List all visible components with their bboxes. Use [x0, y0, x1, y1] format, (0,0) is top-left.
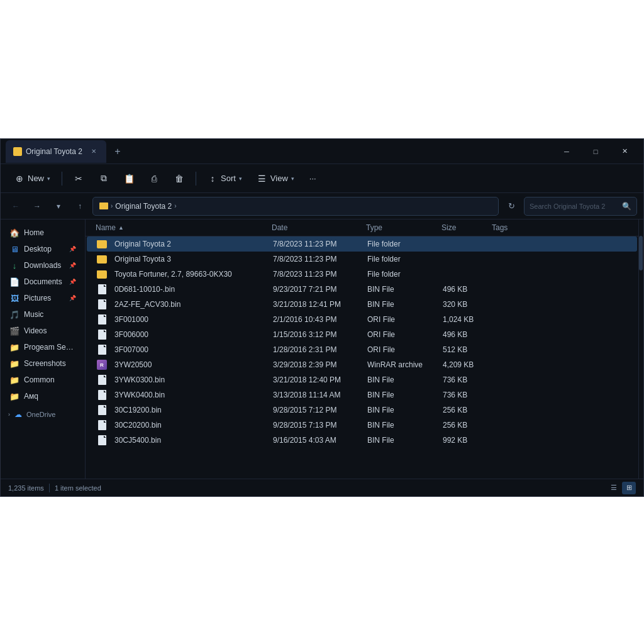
share-button[interactable]: ⎙	[143, 170, 165, 187]
view-chevron-icon: ▾	[291, 175, 294, 182]
recent-button[interactable]: ▾	[50, 197, 67, 215]
file-type: BIN File	[367, 406, 443, 414]
file-type: ORI File	[367, 315, 443, 324]
folder-icon	[97, 254, 107, 264]
refresh-button[interactable]: ↻	[502, 197, 520, 215]
section-chevron-icon: ›	[8, 411, 10, 418]
up-button[interactable]: ↑	[71, 197, 89, 215]
file-name: 3YWK0300.bin	[97, 375, 273, 385]
cut-button[interactable]: ✂	[67, 170, 90, 187]
table-row[interactable]: R 3YW20500 3/29/2018 2:39 PM WinRAR arch…	[87, 357, 637, 372]
file-date: 9/28/2015 7:12 PM	[273, 406, 367, 414]
pin-icon-desktop: 📌	[69, 246, 76, 252]
table-row[interactable]: 3F007000 1/28/2016 2:31 PM ORI File 512 …	[87, 342, 637, 357]
file-date: 3/29/2018 2:39 PM	[273, 360, 367, 369]
file-type: BIN File	[367, 421, 443, 430]
onedrive-label: OneDrive	[26, 411, 55, 418]
column-header-size[interactable]: Size	[441, 223, 492, 232]
file-rows-container: Original Toyota 2 7/8/2023 11:23 PM File…	[86, 236, 638, 448]
sidebar-item-downloads[interactable]: ↓ Downloads 📌	[3, 257, 82, 274]
column-header-type[interactable]: Type	[366, 223, 441, 232]
new-button[interactable]: ⊕ New ▾	[8, 170, 57, 187]
table-row[interactable]: Original Toyota 3 7/8/2023 11:23 PM File…	[87, 252, 637, 267]
toolbar: ⊕ New ▾ ✂ ⧉ 📋 ⎙ 🗑 ↕ Sort ▾ ☰ View ▾	[1, 164, 643, 193]
file-size: 992 KB	[443, 436, 493, 445]
file-type: BIN File	[367, 436, 443, 445]
table-row[interactable]: 30C20200.bin 9/28/2015 7:13 PM BIN File …	[87, 418, 637, 433]
sidebar-item-common[interactable]: 📁 Common	[3, 372, 82, 388]
maximize-button[interactable]: □	[582, 142, 609, 161]
column-header-date[interactable]: Date	[272, 223, 366, 232]
winrar-icon: R	[97, 360, 107, 370]
file-type: BIN File	[367, 300, 443, 309]
search-box[interactable]: Search Original Toyota 2 🔍	[524, 197, 637, 216]
sidebar-item-music[interactable]: 🎵 Music	[3, 306, 82, 323]
videos-icon: 🎬	[9, 326, 19, 336]
table-row[interactable]: 0D681-10010-.bin 9/23/2017 7:21 PM BIN F…	[87, 282, 637, 297]
path-chevron-2: ›	[174, 203, 176, 209]
tab-title: Original Toyota 2	[26, 147, 82, 156]
file-size: 4,209 KB	[443, 360, 493, 369]
paste-button[interactable]: 📋	[118, 170, 140, 187]
path-text: Original Toyota 2	[115, 202, 172, 211]
file-date: 7/8/2023 11:23 PM	[273, 270, 367, 279]
sidebar-item-progeam[interactable]: 📁 Progeam Servic…	[3, 339, 82, 355]
file-date: 3/21/2018 12:40 PM	[273, 375, 367, 384]
table-row[interactable]: Toyota Fortuner, 2.7, 89663-0KX30 7/8/20…	[87, 267, 637, 282]
table-row[interactable]: 3F006000 1/15/2016 3:12 PM ORI File 496 …	[87, 327, 637, 342]
amq-icon: 📁	[9, 391, 19, 401]
file-name: 0D681-10010-.bin	[97, 284, 273, 294]
common-icon: 📁	[9, 375, 19, 385]
table-row[interactable]: 30CJ5400.bin 9/16/2015 4:03 AM BIN File …	[87, 433, 637, 448]
file-icon	[97, 345, 107, 355]
table-row[interactable]: 3F001000 2/1/2016 10:43 PM ORI File 1,02…	[87, 312, 637, 327]
table-row[interactable]: 30C19200.bin 9/28/2015 7:12 PM BIN File …	[87, 402, 637, 418]
file-name: 3F007000	[97, 345, 273, 355]
file-name: 3YWK0400.bin	[97, 390, 273, 400]
sidebar-item-pictures[interactable]: 🖼 Pictures 📌	[3, 290, 82, 306]
address-bar: ← → ▾ ↑ › Original Toyota 2 › ↻ Search O…	[1, 193, 643, 219]
file-date: 9/23/2017 7:21 PM	[273, 285, 367, 294]
close-button[interactable]: ✕	[611, 142, 638, 161]
file-icon	[97, 314, 107, 325]
file-type: File folder	[367, 240, 443, 248]
column-header-tags[interactable]: Tags	[492, 223, 530, 232]
sidebar: 🏠 Home 🖥 Desktop 📌 ↓ Downloads 📌 📄 Docum…	[1, 219, 86, 479]
list-view-button[interactable]: ☰	[607, 482, 621, 494]
sort-icon: ↕	[208, 174, 218, 184]
sidebar-desktop-label: Desktop	[24, 245, 52, 253]
file-icon	[97, 375, 107, 385]
tab-original-toyota-2[interactable]: Original Toyota 2 ✕	[6, 140, 106, 163]
new-tab-button[interactable]: +	[109, 143, 126, 160]
table-row[interactable]: 3YWK0300.bin 3/21/2018 12:40 PM BIN File…	[87, 372, 637, 387]
sidebar-item-desktop[interactable]: 🖥 Desktop 📌	[3, 241, 82, 257]
table-row[interactable]: 2AZ-FE_ACV30.bin 3/21/2018 12:41 PM BIN …	[87, 297, 637, 312]
delete-button[interactable]: 🗑	[168, 170, 191, 187]
file-name: 30CJ5400.bin	[97, 435, 273, 445]
table-row[interactable]: 3YWK0400.bin 3/13/2018 11:14 AM BIN File…	[87, 387, 637, 402]
file-date: 3/13/2018 11:14 AM	[273, 391, 367, 399]
sidebar-item-videos[interactable]: 🎬 Videos	[3, 323, 82, 339]
sort-button[interactable]: ↕ Sort ▾	[201, 170, 248, 187]
tab-close-button[interactable]: ✕	[89, 147, 99, 157]
onedrive-section[interactable]: › ☁ OneDrive	[3, 407, 82, 422]
copy-button[interactable]: ⧉	[92, 170, 115, 187]
back-button[interactable]: ←	[7, 197, 25, 215]
more-button[interactable]: ···	[303, 170, 323, 186]
view-button[interactable]: ☰ View ▾	[251, 170, 301, 187]
column-header-name[interactable]: Name ▲	[96, 223, 272, 232]
file-size: 736 KB	[443, 375, 493, 384]
forward-button[interactable]: →	[28, 197, 46, 215]
folder-icon	[97, 239, 107, 249]
grid-view-button[interactable]: ⊞	[622, 482, 636, 494]
table-row[interactable]: Original Toyota 2 7/8/2023 11:23 PM File…	[87, 236, 637, 252]
scrollbar[interactable]	[638, 219, 643, 479]
sidebar-item-home[interactable]: 🏠 Home	[3, 225, 82, 241]
sidebar-item-screenshots[interactable]: 📁 Screenshots	[3, 355, 82, 372]
address-path[interactable]: › Original Toyota 2 ›	[92, 197, 499, 216]
main-content: 🏠 Home 🖥 Desktop 📌 ↓ Downloads 📌 📄 Docum…	[1, 219, 643, 479]
sidebar-item-documents[interactable]: 📄 Documents 📌	[3, 274, 82, 290]
sidebar-item-amq[interactable]: 📁 Амq	[3, 388, 82, 404]
minimize-button[interactable]: ─	[553, 142, 580, 161]
file-size: 256 KB	[443, 406, 493, 414]
